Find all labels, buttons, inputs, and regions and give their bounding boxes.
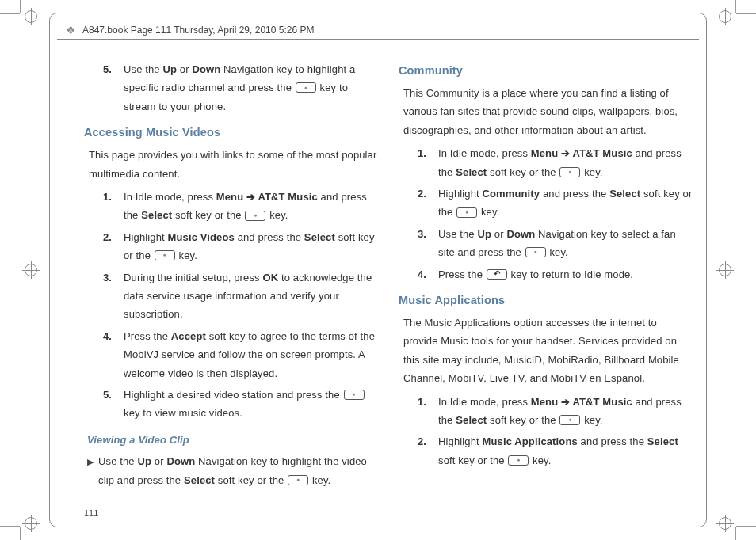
step-text: Press the Accept soft key to agree to th… bbox=[124, 327, 378, 382]
step-text: Press the key to return to Idle mode. bbox=[438, 265, 693, 283]
step-number: 4. bbox=[418, 265, 438, 283]
crop-mark bbox=[0, 13, 20, 14]
step-text: In Idle mode, press Menu ➔ AT&T Music an… bbox=[438, 393, 693, 430]
registration-mark-icon bbox=[22, 515, 40, 532]
section-intro: This page provides you with links to som… bbox=[89, 146, 378, 183]
document-icon: ❖ bbox=[63, 23, 78, 37]
step-number: 3. bbox=[418, 225, 438, 262]
step-text: Use the Up or Down Navigation key to sel… bbox=[438, 225, 693, 262]
step-text: In Idle mode, press Menu ➔ AT&T Music an… bbox=[438, 144, 693, 181]
step-number: 5. bbox=[103, 386, 124, 423]
list-item: 5. Use the Up or Down Navigation key to … bbox=[84, 60, 378, 116]
step-text: Highlight Community and press the Select… bbox=[438, 184, 693, 222]
ok-key-icon bbox=[559, 167, 580, 177]
triangle-bullet-icon: ▶ bbox=[87, 452, 98, 489]
ok-key-icon bbox=[288, 475, 308, 485]
end-key-icon bbox=[487, 269, 507, 280]
step-number: 5. bbox=[103, 60, 124, 116]
registration-mark-icon bbox=[22, 8, 40, 25]
heading-viewing-video-clip: Viewing a Video Clip bbox=[87, 431, 378, 449]
ok-key-icon bbox=[508, 455, 529, 466]
header-text: A847.book Page 111 Thursday, April 29, 2… bbox=[82, 25, 314, 36]
registration-mark-icon bbox=[716, 515, 734, 532]
step-number: 2. bbox=[418, 184, 438, 222]
right-column: Community This Community is a place wher… bbox=[399, 60, 693, 508]
registration-mark-icon bbox=[716, 261, 734, 279]
step-text: Highlight Music Applications and press t… bbox=[438, 432, 693, 470]
list-item: 5. Highlight a desired video station and… bbox=[84, 386, 378, 423]
ok-key-icon bbox=[245, 211, 265, 221]
left-column: 5. Use the Up or Down Navigation key to … bbox=[84, 60, 378, 508]
heading-accessing-music-videos: Accessing Music Videos bbox=[84, 122, 378, 143]
step-number: 1. bbox=[418, 393, 438, 430]
section-intro: The Music Applications option accesses t… bbox=[403, 314, 693, 388]
ok-key-icon bbox=[456, 207, 477, 218]
ok-key-icon bbox=[155, 250, 175, 260]
step-text: In Idle mode, press Menu ➔ AT&T Music an… bbox=[124, 188, 378, 225]
step-number: 4. bbox=[103, 327, 124, 382]
list-item: 4. Press the key to return to Idle mode. bbox=[399, 265, 693, 283]
ok-key-icon bbox=[559, 415, 580, 425]
list-item: 1. In Idle mode, press Menu ➔ AT&T Music… bbox=[84, 188, 378, 225]
ok-key-icon bbox=[296, 82, 316, 93]
page-number: 111 bbox=[84, 508, 98, 518]
bullet-text: Use the Up or Down Navigation key to hig… bbox=[98, 452, 378, 489]
registration-mark-icon bbox=[716, 8, 734, 25]
heading-music-applications: Music Applications bbox=[399, 290, 693, 310]
list-item: 4. Press the Accept soft key to agree to… bbox=[84, 327, 378, 382]
page-header: ❖ A847.book Page 111 Thursday, April 29,… bbox=[57, 21, 699, 40]
crop-mark bbox=[735, 527, 736, 540]
list-item: 1. In Idle mode, press Menu ➔ AT&T Music… bbox=[399, 144, 693, 181]
registration-mark-icon bbox=[22, 261, 40, 279]
crop-mark bbox=[736, 13, 756, 14]
bullet-item: ▶ Use the Up or Down Navigation key to h… bbox=[87, 452, 378, 489]
step-number: 2. bbox=[103, 228, 124, 265]
list-item: 2. Highlight Community and press the Sel… bbox=[399, 184, 693, 222]
step-number: 2. bbox=[418, 432, 438, 470]
step-text: During the initial setup, press OK to ac… bbox=[124, 268, 378, 324]
crop-mark bbox=[20, 0, 21, 13]
page-content: 5. Use the Up or Down Navigation key to … bbox=[84, 60, 693, 508]
step-number: 1. bbox=[103, 188, 124, 225]
crop-mark bbox=[736, 526, 756, 527]
list-item: 1. In Idle mode, press Menu ➔ AT&T Music… bbox=[399, 393, 693, 430]
ok-key-icon bbox=[344, 390, 365, 400]
step-number: 3. bbox=[103, 268, 124, 324]
step-number: 1. bbox=[418, 144, 438, 181]
section-intro: This Community is a place where you can … bbox=[403, 84, 693, 139]
step-text: Highlight Music Videos and press the Sel… bbox=[124, 228, 378, 265]
crop-mark bbox=[0, 526, 20, 527]
step-text: Highlight a desired video station and pr… bbox=[124, 386, 378, 423]
crop-mark bbox=[20, 527, 21, 540]
list-item: 3. During the initial setup, press OK to… bbox=[84, 268, 378, 324]
heading-community: Community bbox=[399, 60, 693, 81]
list-item: 3. Use the Up or Down Navigation key to … bbox=[399, 225, 693, 262]
crop-mark bbox=[735, 0, 736, 13]
list-item: 2. Highlight Music Applications and pres… bbox=[399, 432, 693, 470]
step-text: Use the Up or Down Navigation key to hig… bbox=[124, 60, 378, 116]
list-item: 2. Highlight Music Videos and press the … bbox=[84, 228, 378, 265]
ok-key-icon bbox=[525, 247, 546, 257]
